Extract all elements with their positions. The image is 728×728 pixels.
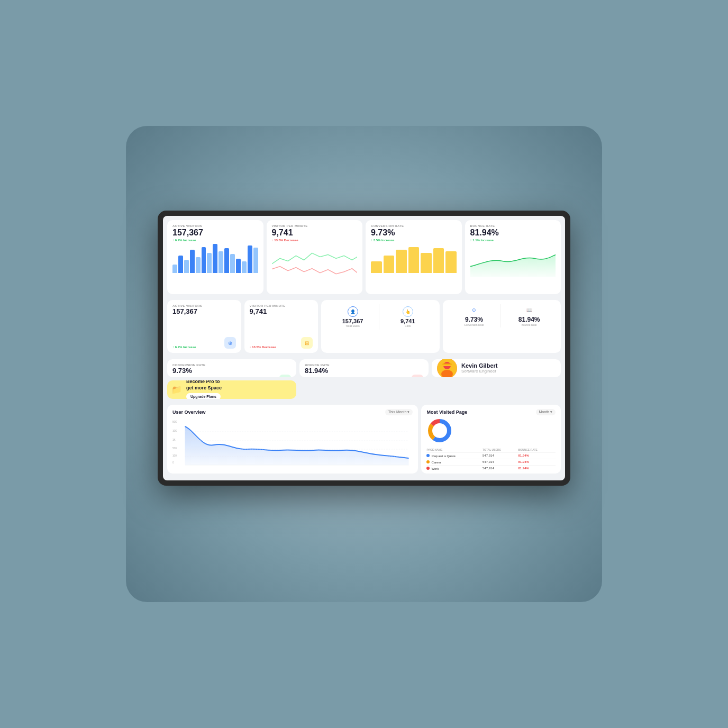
- stat-cards-row: ACTIVE VISITORS 157,367 6.7% Increase ⊕ …: [167, 300, 561, 353]
- br-value: 81.94%: [470, 228, 556, 238]
- total-users-cell: 547,914: [483, 465, 518, 471]
- vpm-stat-card: VISITOR PER MINUTE 9,741 13.5% Decrease …: [244, 300, 319, 353]
- upgrade-plans-button[interactable]: Upgrade Plans: [186, 393, 221, 398]
- bar-3: [184, 260, 189, 273]
- bar-12: [236, 259, 241, 274]
- profile-name: Kevin Gilbert: [461, 362, 497, 369]
- av-stat-bottom: 6.7% Increase ⊕: [172, 337, 236, 349]
- bar-10: [224, 248, 229, 273]
- conversion-icon: ⊙: [469, 305, 479, 315]
- cr-bar-5: [421, 253, 432, 274]
- br-change: 1.1% Increase: [470, 239, 556, 242]
- bounce-rate-cell: 81.94%: [518, 459, 556, 465]
- chart-cards-row: ACTIVE VISITORS 157,367 6.7% Increase: [167, 220, 561, 294]
- bounce-rate-header: BOUNCE RATE: [518, 447, 556, 453]
- svg-text:500: 500: [172, 446, 177, 450]
- bar-8: [213, 244, 217, 273]
- bar-1: [172, 265, 177, 274]
- click-label: Click: [405, 324, 411, 327]
- overview-chart-svg: 50K 10K 1K 500 100 0: [172, 418, 413, 466]
- overview-title: User Overview: [172, 410, 206, 415]
- users-icon: ⊕: [224, 337, 236, 349]
- table-row: Request a Quote 547,914 81.94%: [426, 452, 556, 459]
- page-name-cell: Request a Quote: [426, 452, 483, 459]
- bar-2: [178, 256, 183, 273]
- upgrade-text: Become Pro to get more Space: [186, 380, 222, 391]
- bounce-rate-chart-card: BOUNCE RATE 81.94% 1.1% Increase: [465, 220, 561, 294]
- bar-7: [207, 253, 212, 274]
- svg-text:1K: 1K: [172, 438, 176, 441]
- svg-text:100: 100: [172, 453, 177, 457]
- right-stats-card: ⊙ 9.73% Conversion Rate 📖 81.94% Bounce …: [443, 300, 561, 353]
- total-users-value: 157,367: [342, 318, 363, 324]
- br-stat-val: 81.94%: [305, 367, 423, 375]
- active-visitors-chart-card: ACTIVE VISITORS 157,367 6.7% Increase: [167, 220, 263, 294]
- br-stat-top: BOUNCE RATE 81.94%: [305, 363, 423, 375]
- cr-bar-1: [371, 261, 382, 273]
- layers-icon: ⊞: [301, 337, 313, 349]
- cr-stat-val: 9.73%: [172, 367, 291, 375]
- right-stats-grid: ⊙ 9.73% Conversion Rate 📖 81.94% Bounce …: [448, 304, 556, 327]
- chart-icon: ⊟: [279, 375, 291, 377]
- vpm-stat-change: 13.5% Decrease: [250, 345, 276, 349]
- conversion-rate-chart-card: CONVERSION RATE 9.73% 3.5% Increase: [366, 220, 462, 294]
- table-header-row: PAGE NAME TOTAL USERS BOUNCE RATE: [426, 447, 556, 453]
- cr-bar-chart: [371, 244, 457, 273]
- total-users-cell: 547,914: [483, 459, 518, 465]
- bar-9: [219, 251, 223, 273]
- svg-text:0: 0: [172, 460, 174, 464]
- table-row: Career 547,914 81.94%: [426, 459, 556, 465]
- av-stat-change: 6.7% Increase: [172, 345, 196, 349]
- combined-stats-grid: 👤 157,367 Total users 👆 9,741 Click: [326, 304, 434, 330]
- page-name-cell: Work: [426, 465, 483, 471]
- cr-value: 9.73%: [371, 228, 457, 238]
- cursor-icon: 👆: [403, 306, 413, 317]
- av-stat-top: ACTIVE VISITORS 157,367: [172, 304, 236, 316]
- dot-icon: [426, 460, 430, 463]
- laptop-body: ACTIVE VISITORS 157,367 6.7% Increase: [158, 211, 570, 486]
- bounce-rate-cell: 81.94%: [518, 452, 556, 459]
- bar-5: [196, 257, 201, 273]
- cr-bar-6: [433, 248, 444, 273]
- mv-month-button[interactable]: Month ▾: [536, 409, 556, 415]
- most-visited-table: PAGE NAME TOTAL USERS BOUNCE RATE Reques…: [426, 447, 556, 471]
- mv-header: Most Visited Page Month ▾: [426, 409, 556, 415]
- profile-card: Kevin Gilbert Software Engineer: [432, 359, 561, 378]
- cr-stat-bot: 3.5% Increase ⊟: [172, 375, 291, 377]
- svg-text:10K: 10K: [172, 429, 177, 432]
- bounce-rate-cell: 81.94%: [518, 465, 556, 471]
- click-value: 9,741: [401, 318, 415, 324]
- vpm-stat-bottom: 13.5% Decrease ⊞: [250, 337, 313, 349]
- conversion-rate-stat: ⊙ 9.73% Conversion Rate: [448, 304, 501, 327]
- br-svg: [470, 244, 556, 278]
- visitor-per-minute-chart-card: VISITOR PER MINUTE 9,741 13.5% Decrease: [267, 220, 363, 294]
- laptop-wrapper: ACTIVE VISITORS 157,367 6.7% Increase: [126, 126, 602, 602]
- vpm-line-chart: [272, 244, 358, 278]
- bar-15: [253, 248, 258, 273]
- bounce-rate-stat: 📖 81.94% Bounce Rate: [503, 304, 556, 327]
- bottom-row: User Overview This Month ▾: [167, 405, 561, 474]
- click-stat: 👆 9,741 Click: [381, 304, 434, 330]
- upgrade-card: 📁 Become Pro to get more Space Upgrade P…: [167, 380, 296, 399]
- dot-icon: [426, 454, 430, 457]
- this-month-button[interactable]: This Month ▾: [385, 409, 413, 415]
- user-circle-icon: 👤: [348, 306, 358, 317]
- vpm-svg: [272, 244, 358, 278]
- cr-stat-card: CONVERSION RATE 9.73% 3.5% Increase ⊟: [167, 359, 296, 378]
- chevron-down-icon: ▾: [407, 410, 410, 414]
- br-line-chart: [470, 244, 556, 278]
- cr-stat-label: Conversion Rate: [464, 323, 484, 326]
- bar-11: [230, 254, 235, 273]
- most-visited-card: Most Visited Page Month ▾: [421, 405, 561, 474]
- page-name-cell: Career: [426, 459, 483, 465]
- bar-13: [242, 261, 247, 273]
- book-icon: 📖: [524, 305, 534, 315]
- active-visitors-bar-chart: [172, 244, 258, 273]
- br-stat-card: BOUNCE RATE 81.94% 1.7% Increase ∿: [299, 359, 429, 378]
- br-stat-label: Bounce Rate: [522, 323, 537, 326]
- bar-14: [248, 245, 252, 273]
- total-users-stat: 👤 157,367 Total users: [326, 304, 379, 330]
- active-visitors-value: 157,367: [172, 228, 258, 238]
- bar-6: [202, 247, 206, 274]
- total-users-label: Total users: [345, 324, 360, 327]
